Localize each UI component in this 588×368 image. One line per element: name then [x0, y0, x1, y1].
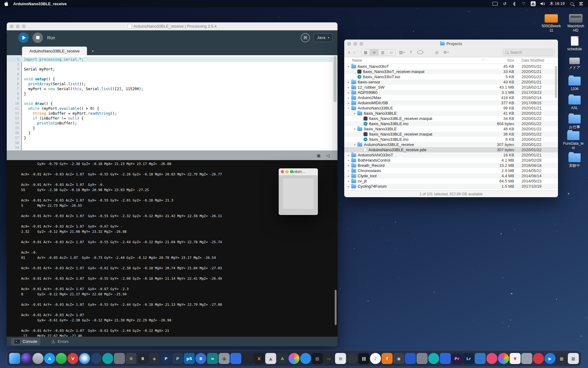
back-button[interactable]: ‹	[348, 49, 350, 55]
bluetooth-icon[interactable]	[512, 1, 517, 7]
disclosure-triangle[interactable]: ▾	[353, 128, 356, 131]
action-button[interactable]: ⚙ ▾	[443, 49, 449, 55]
dock-icon-app-11[interactable]: ⚙	[126, 353, 137, 364]
finder-titlebar[interactable]: Projects	[344, 40, 558, 48]
disclosure-triangle[interactable]: ▸	[347, 81, 350, 84]
tab-menu-button[interactable]: ▾	[90, 48, 96, 54]
dock-icon-app-33[interactable]: f	[382, 353, 393, 364]
dock-icon-maps[interactable]: ▼	[510, 353, 521, 364]
desktop-icon-メドア[interactable]: メドア	[563, 58, 586, 70]
dock-icon-app-41[interactable]	[475, 353, 486, 364]
dock-icon-processing[interactable]: p5	[184, 353, 195, 364]
volume-icon[interactable]	[540, 1, 545, 7]
finder-row[interactable]: ▸ArduinoMIDIUSB377 KB2017/09/15	[344, 100, 558, 105]
dock-icon-app-35[interactable]	[405, 353, 416, 364]
disclosure-triangle[interactable]: ▸	[347, 91, 350, 94]
dock-icon-app-37[interactable]	[428, 353, 439, 364]
disclosure-triangle[interactable]: ▸	[347, 159, 350, 162]
column-header-size[interactable]: Size	[487, 58, 514, 63]
dock-icon-app-29[interactable]: ⊞	[335, 353, 346, 364]
dock-icon-app-14[interactable]: P	[160, 353, 172, 364]
errors-tab[interactable]: ⚠ Errors	[48, 338, 72, 345]
tag-button[interactable]	[417, 49, 423, 55]
debug-button[interactable]: ⌘	[301, 33, 310, 42]
finder-row[interactable]: ArduinoNano33BLE_receive.pde307 bytes202…	[344, 147, 558, 152]
notification-center-icon[interactable]	[579, 1, 584, 7]
dock-icon-app-30[interactable]	[347, 353, 358, 364]
dock-icon-app-10[interactable]	[114, 353, 125, 364]
disclosure-triangle[interactable]: ▸	[347, 96, 350, 99]
dock-icon-app-21[interactable]	[242, 353, 253, 364]
column-view-button[interactable]: ▥	[379, 49, 387, 55]
dock-icon-app-27[interactable]: ▤	[312, 353, 323, 364]
zoom-button[interactable]	[290, 170, 293, 173]
desktop-icon-お仕事[interactable]: お仕事	[563, 115, 586, 129]
dock-icon-app-31[interactable]: ‖‖	[358, 353, 369, 364]
minimize-button[interactable]	[16, 25, 20, 28]
disclosure-triangle[interactable]: ▸	[347, 86, 350, 89]
menu-clock[interactable]: 木 16:19	[550, 1, 565, 6]
zoom-button[interactable]	[360, 42, 363, 46]
dock-icon-app-19[interactable]: ◉	[219, 353, 230, 364]
dock-icon-app-46[interactable]	[533, 353, 544, 364]
gallery-view-button[interactable]: ▭	[387, 49, 395, 55]
dock-icon-music[interactable]: ♪	[370, 353, 381, 364]
minimize-button[interactable]	[285, 170, 288, 173]
desktop-icon-PureData_te[interactable]: PureData_te st	[562, 131, 585, 150]
input-source-icon[interactable]: あ	[531, 1, 536, 7]
dock-icon-app-09[interactable]	[102, 353, 113, 364]
disclosure-triangle[interactable]: ▸	[347, 169, 350, 172]
dock-icon-app-02[interactable]	[21, 353, 32, 364]
desktop-icon-1106[interactable]: 1106	[563, 77, 586, 91]
dock-icon-app-25[interactable]	[288, 353, 300, 364]
finder-row[interactable]: 6axis_Nano33BLE_receiver.maxpat34 KB2020…	[344, 116, 558, 121]
finder-row[interactable]: 6axis_Nano33IoT_receiver.maxpat33 KB2020…	[344, 69, 558, 74]
finder-row[interactable]: 9axis_Nano33BLE_receiver.maxpat36 KB2020…	[344, 132, 558, 137]
disclosure-triangle[interactable]: ▾	[353, 143, 356, 146]
dock-icon-app-45[interactable]	[521, 353, 532, 364]
minimize-button[interactable]	[353, 42, 357, 46]
finder-row[interactable]: ▸ADPS99603.1 MB2017/03/23	[344, 90, 558, 95]
dock-icon-finder[interactable]	[9, 353, 20, 364]
disclosure-triangle[interactable]: ▾	[353, 112, 356, 115]
console-copy-icon[interactable]: ▣	[317, 153, 321, 158]
code-editor[interactable]: 1import processing.serial.*;23Serial myP…	[7, 55, 337, 151]
dock-icon-app-36[interactable]	[417, 353, 428, 364]
finder-row[interactable]: ▸Breath_Record15.2 MB2016/08/18	[344, 163, 558, 168]
dock-icon-app-26[interactable]	[300, 353, 311, 364]
dock-icon-app-48[interactable]: ▦	[556, 353, 567, 364]
disclosure-triangle[interactable]: ▾	[347, 107, 350, 110]
active-app-name[interactable]: ArduinoNano33BLE_receive	[13, 2, 67, 6]
close-button[interactable]	[347, 42, 351, 46]
disclosure-triangle[interactable]: ▸	[347, 102, 350, 105]
desktop-icon-500GBwork[interactable]: 500GBwork 11	[540, 14, 563, 33]
finder-row[interactable]: ▾6axis_Nano33IoT45 KB2020/01/22	[344, 64, 558, 69]
search-field[interactable]: Search	[503, 49, 554, 56]
finder-row[interactable]: ▸BothHandsControl4.1 MB2018/02/28	[344, 158, 558, 163]
finder-row[interactable]: ▸Chronostasis2.9 MB2014/05/22	[344, 168, 558, 173]
dock-icon-arduino[interactable]: ∞	[207, 353, 218, 364]
dock-icon-app-38[interactable]	[440, 353, 451, 364]
dock-icon-app-17[interactable]: B	[195, 353, 206, 364]
dock-icon-app-23[interactable]: ▲	[265, 353, 276, 364]
dock-icon-app-05[interactable]	[56, 353, 67, 364]
forward-button[interactable]: ›	[353, 49, 356, 55]
close-button[interactable]	[281, 170, 284, 173]
finder-row[interactable]: ▸12_rubber_SW43.1 MB2018/02/12	[344, 85, 558, 90]
dock-icon-app-08[interactable]	[91, 353, 102, 364]
icon-view-button[interactable]: ▦	[361, 49, 370, 55]
desktop-icon-ASL[interactable]: ASL	[563, 96, 586, 110]
disclosure-triangle[interactable]: ▾	[347, 65, 350, 68]
share-button[interactable]: ↑	[408, 49, 414, 55]
dock-icon-premiere[interactable]: Pr	[451, 353, 462, 364]
mode-selector[interactable]: Java ▾	[314, 33, 333, 42]
sketch-tab[interactable]: ArduinoNano33BLE_receive	[22, 47, 87, 55]
disclosure-triangle[interactable]: ▸	[347, 164, 350, 167]
dock-icon-app-28[interactable]: ▭	[323, 353, 334, 364]
column-header-name[interactable]: Name	[352, 58, 362, 63]
dock-icon-app-06[interactable]: V	[67, 353, 78, 364]
run-button[interactable]	[18, 33, 29, 43]
dock-icon-app-43[interactable]	[498, 353, 509, 364]
finder-row[interactable]: ▾9axis_Nano33BLE48 KB2020/01/22	[344, 126, 558, 132]
dock-icon-app-13[interactable]: ◆	[149, 353, 160, 364]
